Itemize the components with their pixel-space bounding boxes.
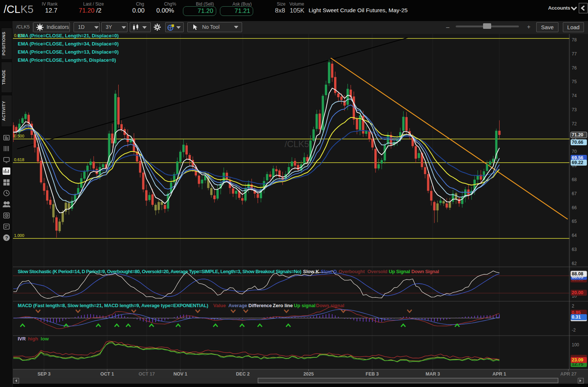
svg-text:1.000: 1.000: [14, 233, 24, 238]
svg-text:76: 76: [572, 65, 577, 71]
svg-text:SEP 3: SEP 3: [37, 371, 50, 377]
svg-text:78: 78: [572, 37, 577, 43]
svg-text:63: 63: [572, 247, 577, 252]
svg-text:2: 2: [572, 303, 574, 309]
svg-text:0.618: 0.618: [14, 157, 24, 162]
svg-text:EMA (Price=CLOSE, Length=5, Di: EMA (Price=CLOSE, Length=5, Displace=0): [18, 57, 116, 63]
svg-text:75: 75: [572, 79, 577, 84]
svg-text:DEC 2: DEC 2: [236, 371, 250, 377]
svg-text:EMA (Price=CLOSE, Length=13, D: EMA (Price=CLOSE, Length=13, Displace=0): [18, 49, 119, 55]
svg-text:/CLK5: /CLK5: [285, 139, 309, 149]
svg-text:20.00: 20.00: [572, 290, 583, 295]
svg-text:69.22: 69.22: [572, 160, 583, 165]
svg-text:0.500: 0.500: [14, 134, 24, 138]
svg-text:IVRhighlow: IVRhighlow: [18, 336, 49, 342]
svg-text:?: ?: [5, 235, 8, 241]
svg-text:23.09: 23.09: [572, 357, 583, 363]
svg-text:APR 27: APR 27: [560, 371, 577, 377]
svg-text:70.66: 70.66: [572, 140, 583, 145]
svg-text:74: 74: [572, 93, 577, 98]
svg-text:70: 70: [572, 149, 577, 154]
svg-text:APR 1: APR 1: [493, 371, 506, 377]
svg-text:73: 73: [572, 107, 577, 112]
svg-text:0.31: 0.31: [572, 315, 581, 320]
svg-text:72: 72: [572, 121, 577, 126]
svg-text:MACD (Fast length=8, Slow leng: MACD (Fast length=8, Slow length=21, MAC…: [18, 303, 344, 308]
svg-text:OCT 1: OCT 1: [101, 371, 114, 377]
svg-text:OCT 17: OCT 17: [139, 371, 155, 377]
svg-text:EMA (Price=CLOSE, Length=34, D: EMA (Price=CLOSE, Length=34, Displace=0): [18, 41, 119, 47]
svg-text:66: 66: [572, 205, 577, 210]
svg-text:64: 64: [572, 233, 577, 238]
svg-text:67: 67: [572, 191, 577, 196]
svg-text:68: 68: [572, 177, 577, 182]
svg-text:65: 65: [572, 219, 577, 224]
svg-text:Slow Stochastic (K Period=14,: Slow Stochastic (K Period=14, D Period=9…: [18, 269, 439, 274]
svg-text:NOV 1: NOV 1: [173, 371, 187, 377]
svg-text:FEB 3: FEB 3: [366, 371, 378, 377]
svg-text:88.08: 88.08: [572, 271, 583, 276]
svg-text:62: 62: [572, 261, 577, 266]
svg-text:77: 77: [572, 51, 577, 57]
svg-text:71.20: 71.20: [572, 132, 583, 138]
svg-text:MAR 3: MAR 3: [426, 371, 440, 377]
svg-text:-2: -2: [572, 327, 576, 333]
svg-text:2025: 2025: [303, 371, 314, 377]
svg-text:100: 100: [572, 342, 579, 347]
